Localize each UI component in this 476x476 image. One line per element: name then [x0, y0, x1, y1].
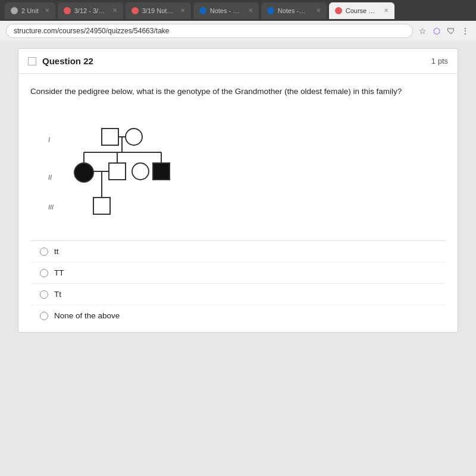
tab-close-4-icon[interactable]: ✕	[248, 7, 253, 14]
radio-tt[interactable]	[40, 248, 48, 256]
gen2-male-affected	[153, 163, 170, 180]
question-text: Consider the pedigree below, what is the…	[30, 86, 446, 98]
tab-close-5-icon[interactable]: ✕	[316, 7, 321, 14]
star-icon[interactable]: ☆	[418, 26, 427, 36]
radio-none[interactable]	[40, 312, 48, 320]
browser-icons: ☆ ⬡ 🛡 ⋮	[418, 26, 470, 36]
options-list: tt TT Tt None of the above	[30, 240, 446, 326]
gen2-male	[109, 163, 126, 180]
browser-address-bar: structure.com/courses/24950/quizzes/5466…	[0, 21, 476, 41]
radio-Tt[interactable]	[40, 290, 48, 299]
pedigree-diagram: I II III	[42, 109, 209, 228]
menu-icon[interactable]: ⋮	[461, 26, 470, 36]
gen-III-label: III	[48, 203, 54, 211]
url-input[interactable]: structure.com/courses/24950/quizzes/5466…	[6, 24, 413, 38]
question-title: Question 22	[28, 56, 93, 66]
tab-course-module[interactable]: Course Modul... ✕	[329, 2, 394, 19]
option-tt[interactable]: tt	[30, 240, 446, 262]
gen-I-label: I	[48, 136, 50, 143]
question-card: Question 22 1 pts Consider the pedigree …	[18, 48, 458, 333]
gen2-female-unaffected	[132, 163, 149, 180]
option-none[interactable]: None of the above	[30, 305, 446, 326]
shield-icon[interactable]: 🛡	[446, 26, 456, 36]
tab-319[interactable]: 3/19 Notes - G... ✕	[126, 2, 191, 19]
question-points: 1 pts	[431, 57, 448, 65]
tab-notes-geneti[interactable]: Notes - Geneti... ✕	[193, 2, 259, 19]
tab-close-6-icon[interactable]: ✕	[384, 7, 389, 14]
gen3-male	[93, 198, 110, 214]
tab-2unit[interactable]: 2 Unit ✕	[5, 2, 55, 19]
gen2-female-affected	[74, 163, 93, 182]
option-TT[interactable]: TT	[30, 262, 446, 283]
tab-notes-genetic2[interactable]: Notes -Genetic... ✕	[261, 2, 327, 19]
tab-close-icon[interactable]: ✕	[45, 7, 49, 14]
browser-tabs: 2 Unit ✕ 3/12 - 3/18 N... ✕ 3/19 Notes -…	[0, 0, 476, 21]
question-header: Question 22 1 pts	[18, 49, 458, 74]
question-body: Consider the pedigree below, what is the…	[18, 74, 458, 332]
radio-TT[interactable]	[40, 269, 48, 277]
tab-close-2-icon[interactable]: ✕	[112, 7, 117, 14]
tab-312[interactable]: 3/12 - 3/18 N... ✕	[58, 2, 123, 19]
tab-close-3-icon[interactable]: ✕	[180, 7, 185, 14]
extension-icon[interactable]: ⬡	[432, 26, 441, 36]
question-checkbox[interactable]	[28, 57, 36, 65]
gen1-female	[126, 129, 142, 145]
pedigree-svg: I II III	[42, 109, 209, 228]
gen-II-label: II	[48, 174, 52, 181]
option-Tt[interactable]: Tt	[30, 283, 446, 305]
gen1-male	[102, 129, 118, 145]
page-content: Question 22 1 pts Consider the pedigree …	[0, 41, 476, 476]
